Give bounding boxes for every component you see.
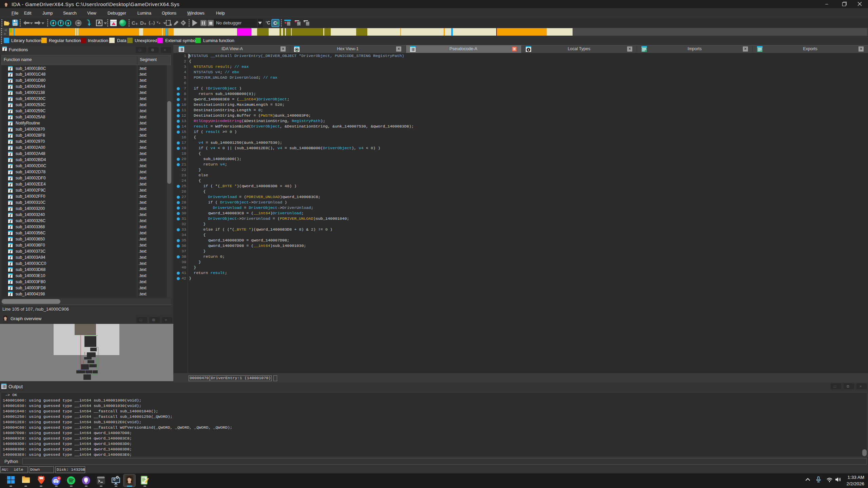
svg-text:#: # [52, 21, 54, 25]
svg-text:T: T [60, 21, 62, 25]
svg-text:x: x [67, 21, 69, 25]
svg-text:t: t [528, 48, 529, 52]
